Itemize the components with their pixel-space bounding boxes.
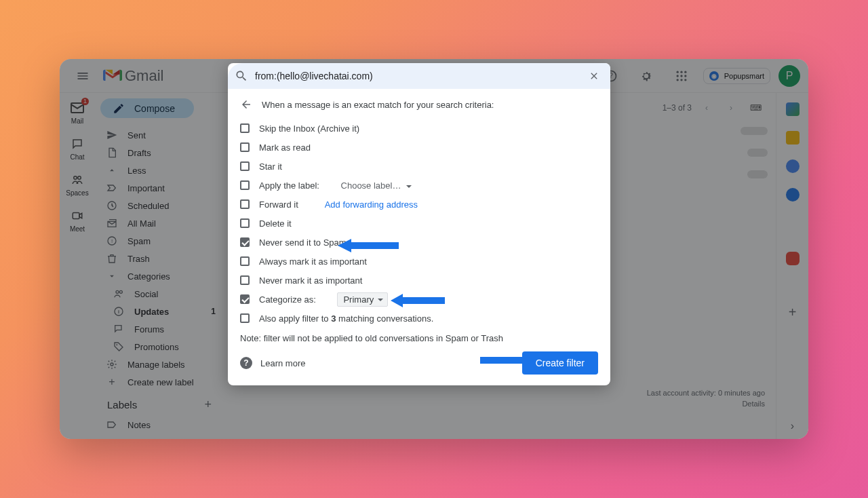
cb-apply-label[interactable]: [240, 180, 250, 190]
opt-star: Star it: [259, 161, 282, 172]
opt-never-important: Never mark it as important: [259, 275, 362, 286]
cb-never-important[interactable]: [240, 275, 250, 285]
back-button[interactable]: [240, 98, 252, 111]
cb-always-important[interactable]: [240, 256, 250, 266]
cb-mark-read[interactable]: [240, 142, 250, 152]
opt-forward: Forward it: [259, 199, 298, 210]
add-forwarding-link[interactable]: Add forwarding address: [325, 199, 418, 210]
cb-star[interactable]: [240, 161, 250, 171]
opt-also-apply: Also apply filter to 3 matching conversa…: [259, 313, 433, 324]
opt-apply-label: Apply the label:: [259, 180, 319, 191]
cb-forward[interactable]: [240, 199, 250, 209]
filter-modal: from:(hello@livechatai.com) When a messa…: [228, 63, 610, 385]
cb-skip-inbox[interactable]: [240, 123, 250, 133]
gmail-window: Gmail Active ? ◉ Popupsmart P: [60, 59, 808, 439]
filter-note: Note: filter will not be applied to old …: [240, 333, 598, 343]
cb-never-spam[interactable]: [240, 237, 250, 247]
opt-delete: Delete it: [259, 218, 292, 229]
cb-also-apply[interactable]: [240, 313, 250, 323]
opt-categorize: Categorize as:: [259, 294, 316, 305]
cb-delete[interactable]: [240, 218, 250, 228]
clear-search-button[interactable]: [585, 66, 604, 85]
close-icon: [589, 71, 599, 81]
search-icon: [235, 69, 248, 83]
search-query[interactable]: from:(hello@livechatai.com): [255, 71, 578, 81]
learn-more-link[interactable]: Learn more: [260, 358, 305, 368]
opt-mark-read: Mark as read: [259, 142, 311, 153]
categorize-select[interactable]: Primary: [337, 292, 388, 307]
modal-intro: When a message is an exact match for you…: [262, 100, 494, 110]
modal-body: When a message is an exact match for you…: [228, 89, 610, 385]
modal-search-bar: from:(hello@livechatai.com): [228, 63, 610, 89]
cb-categorize[interactable]: [240, 294, 250, 304]
opt-never-spam: Never send it to Spam: [259, 237, 347, 248]
opt-always-important: Always mark it as important: [259, 256, 367, 267]
create-filter-button[interactable]: Create filter: [522, 351, 598, 375]
help-icon: ?: [240, 357, 252, 369]
choose-label-select[interactable]: Choose label…: [341, 180, 412, 191]
opt-skip-inbox: Skip the Inbox (Archive it): [259, 123, 359, 134]
